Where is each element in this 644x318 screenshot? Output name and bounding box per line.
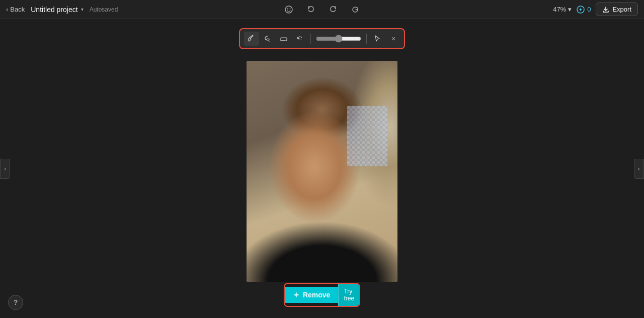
- undo-icon: [307, 6, 315, 14]
- restore-icon: [296, 35, 304, 43]
- toolbar-separator-1: [310, 34, 311, 44]
- project-title: Untitled project: [31, 6, 77, 14]
- toolbar-close-button[interactable]: ×: [387, 32, 400, 45]
- eraser-icon: [280, 35, 288, 43]
- remove-button-area: Remove Try free: [284, 283, 360, 307]
- remove-background-button[interactable]: Remove: [285, 287, 338, 303]
- back-arrow-icon: ‹: [6, 6, 8, 13]
- floating-toolbar: ×: [239, 28, 405, 49]
- close-icon: ×: [391, 35, 395, 43]
- back-button[interactable]: ‹ Back: [6, 6, 25, 13]
- credits-button[interactable]: 0: [577, 6, 591, 14]
- project-title-area: Untitled project ▾: [31, 6, 83, 14]
- refresh-icon: [351, 6, 359, 14]
- export-button[interactable]: Export: [596, 3, 638, 16]
- svg-point-1: [287, 8, 288, 9]
- brush-icon: [248, 35, 256, 43]
- autosaved-label: Autosaved: [90, 6, 118, 13]
- image-container[interactable]: Remove Try free: [247, 61, 397, 282]
- undo-button[interactable]: [304, 3, 318, 17]
- try-free-badge: Try free: [338, 284, 359, 306]
- lasso-tool-button[interactable]: [260, 32, 275, 46]
- credits-icon: [577, 6, 585, 14]
- credits-count: 0: [587, 6, 591, 13]
- svg-rect-4: [281, 38, 287, 41]
- redo-button[interactable]: [326, 3, 340, 17]
- help-button[interactable]: ?: [8, 295, 23, 310]
- svg-point-2: [290, 8, 291, 9]
- emoji-icon-button[interactable]: [282, 3, 296, 17]
- zoom-chevron-icon: ▾: [568, 6, 572, 13]
- topbar-center-actions: [282, 3, 362, 17]
- toolbar-slider-area: [314, 35, 363, 43]
- transparent-removed-area: [347, 106, 387, 166]
- remove-label: Remove: [303, 291, 330, 299]
- pointer-icon: [373, 35, 381, 43]
- right-arrow-icon: ‹: [638, 165, 640, 172]
- eraser-tool-button[interactable]: [276, 32, 291, 46]
- main-canvas-area: ›: [0, 19, 644, 318]
- toolbar-separator-2: [366, 34, 367, 44]
- remove-sparkle-icon: [293, 291, 300, 298]
- brush-tool-button[interactable]: [244, 32, 259, 46]
- brush-size-slider[interactable]: [316, 35, 361, 43]
- redo-icon: [329, 6, 337, 14]
- lasso-icon: [264, 35, 272, 43]
- left-panel-arrow[interactable]: ›: [0, 159, 10, 179]
- topbar-right: 47% ▾ 0 Export: [553, 3, 638, 16]
- export-label: Export: [612, 6, 631, 13]
- zoom-value: 47%: [553, 6, 566, 13]
- emoji-icon: [285, 6, 293, 14]
- back-label: Back: [10, 6, 25, 13]
- project-title-chevron-icon[interactable]: ▾: [81, 7, 84, 12]
- left-arrow-icon: ›: [4, 165, 6, 172]
- svg-point-0: [285, 6, 292, 13]
- export-icon: [602, 6, 609, 13]
- topbar: ‹ Back Untitled project ▾ Autosaved: [0, 0, 644, 19]
- restore-tool-button[interactable]: [292, 32, 307, 46]
- refresh-button[interactable]: [348, 3, 362, 17]
- help-icon: ?: [14, 298, 18, 306]
- try-free-label: Try free: [344, 288, 354, 302]
- portrait-image: [247, 61, 397, 282]
- right-panel-arrow[interactable]: ‹: [634, 159, 644, 179]
- zoom-selector[interactable]: 47% ▾: [553, 6, 572, 13]
- pointer-tool-button[interactable]: [370, 32, 385, 46]
